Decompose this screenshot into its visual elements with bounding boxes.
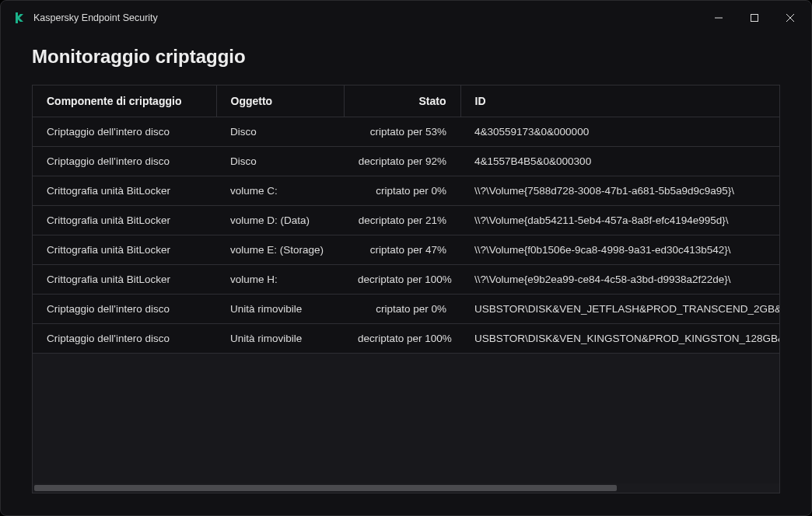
app-title: Kaspersky Endpoint Security xyxy=(33,12,158,23)
col-header-component[interactable]: Componente di criptaggio xyxy=(33,85,216,117)
table-header-row: Componente di criptaggio Oggetto Stato I… xyxy=(33,85,779,117)
cell-component: Crittografia unità BitLocker xyxy=(33,176,216,206)
cell-status: criptato per 0% xyxy=(344,176,460,206)
cell-status: criptato per 53% xyxy=(344,117,460,147)
cell-component: Criptaggio dell'intero disco xyxy=(33,147,216,176)
cell-object: Disco xyxy=(216,147,344,176)
table-body: Criptaggio dell'intero discoDiscocriptat… xyxy=(33,117,779,354)
cell-id: \\?\Volume{dab54211-5eb4-457a-8a8f-efc41… xyxy=(460,206,779,235)
minimize-icon xyxy=(715,14,723,22)
cell-id: USBSTOR\DISK&VEN_KINGSTON&PROD_KINGSTON_… xyxy=(460,324,779,354)
table-row[interactable]: Crittografia unità BitLockervolume H:dec… xyxy=(33,265,779,295)
cell-component: Criptaggio dell'intero disco xyxy=(33,295,216,324)
window-controls xyxy=(701,5,808,30)
cell-id: 4&30559173&0&000000 xyxy=(460,117,779,147)
titlebar: Kaspersky Endpoint Security xyxy=(1,1,811,35)
maximize-icon xyxy=(751,14,758,22)
cell-id: 4&1557B4B5&0&000300 xyxy=(460,147,779,176)
cell-component: Criptaggio dell'intero disco xyxy=(33,324,216,354)
horizontal-scrollbar-thumb[interactable] xyxy=(34,485,617,491)
cell-object: volume D: (Data) xyxy=(216,206,344,235)
cell-id: \\?\Volume{f0b1506e-9ca8-4998-9a31-ed30c… xyxy=(460,235,779,265)
table-row[interactable]: Criptaggio dell'intero discoDiscocriptat… xyxy=(33,117,779,147)
cell-object: volume H: xyxy=(216,265,344,295)
cell-component: Crittografia unità BitLocker xyxy=(33,265,216,295)
maximize-button[interactable] xyxy=(737,5,772,30)
cell-object: Unità rimovibile xyxy=(216,324,344,354)
table-row[interactable]: Criptaggio dell'intero discoDiscodecript… xyxy=(33,147,779,176)
cell-id: \\?\Volume{e9b2ea99-ce84-4c58-a3bd-d9938… xyxy=(460,265,779,295)
cell-object: volume E: (Storage) xyxy=(216,235,344,265)
cell-component: Crittografia unità BitLocker xyxy=(33,206,216,235)
titlebar-left: Kaspersky Endpoint Security xyxy=(13,12,158,24)
encryption-table-container: Componente di criptaggio Oggetto Stato I… xyxy=(32,85,780,493)
cell-object: Disco xyxy=(216,117,344,147)
cell-component: Criptaggio dell'intero disco xyxy=(33,117,216,147)
cell-status: criptato per 47% xyxy=(344,235,460,265)
minimize-button[interactable] xyxy=(701,5,737,30)
col-header-object[interactable]: Oggetto xyxy=(216,85,344,117)
cell-component: Crittografia unità BitLocker xyxy=(33,235,216,265)
table-row[interactable]: Crittografia unità BitLockervolume C:cri… xyxy=(33,176,779,206)
cell-object: Unità rimovibile xyxy=(216,295,344,324)
cell-status: decriptato per 100% xyxy=(344,324,460,354)
content-area: Monitoraggio criptaggio Componente di cr… xyxy=(1,35,811,515)
encryption-table: Componente di criptaggio Oggetto Stato I… xyxy=(33,85,779,354)
close-button[interactable] xyxy=(772,5,808,30)
cell-status: criptato per 0% xyxy=(344,295,460,324)
table-row[interactable]: Crittografia unità BitLockervolume D: (D… xyxy=(33,206,779,235)
kaspersky-logo-icon xyxy=(13,12,26,24)
table-empty-area xyxy=(33,354,779,483)
col-header-id[interactable]: ID xyxy=(460,85,779,117)
table-row[interactable]: Criptaggio dell'intero discoUnità rimovi… xyxy=(33,295,779,324)
cell-id: \\?\Volume{7588d728-3008-47b1-a681-5b5a9… xyxy=(460,176,779,206)
col-header-status[interactable]: Stato xyxy=(344,85,460,117)
table-row[interactable]: Criptaggio dell'intero discoUnità rimovi… xyxy=(33,324,779,354)
cell-id: USBSTOR\DISK&VEN_JETFLASH&PROD_TRANSCEND… xyxy=(460,295,779,324)
table-row[interactable]: Crittografia unità BitLockervolume E: (S… xyxy=(33,235,779,265)
cell-status: decriptato per 21% xyxy=(344,206,460,235)
cell-status: decriptato per 92% xyxy=(344,147,460,176)
app-window: Kaspersky Endpoint Security Monitoraggio… xyxy=(0,0,812,516)
svg-rect-0 xyxy=(751,15,758,22)
cell-status: decriptato per 100% xyxy=(344,265,460,295)
close-icon xyxy=(786,14,794,22)
page-title: Monitoraggio criptaggio xyxy=(32,46,780,68)
horizontal-scrollbar[interactable] xyxy=(33,483,779,493)
cell-object: volume C: xyxy=(216,176,344,206)
